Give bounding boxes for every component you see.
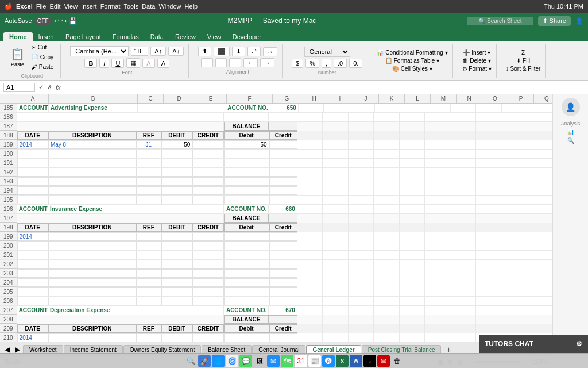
- formula-check[interactable]: ✓: [38, 83, 44, 91]
- dock-excel[interactable]: X: [336, 355, 349, 367]
- cell-185-g[interactable]: 650: [270, 103, 299, 112]
- decimal-decrease-button[interactable]: 0.: [349, 59, 362, 68]
- cell-196-b[interactable]: Insurance Expense: [48, 205, 136, 213]
- cell-188-f[interactable]: Debit: [224, 131, 269, 140]
- currency-button[interactable]: $: [292, 59, 303, 68]
- undo-icon[interactable]: ↩: [54, 17, 59, 25]
- cell-189-c[interactable]: J1: [136, 140, 161, 149]
- tab-insert[interactable]: Insert: [33, 32, 60, 41]
- formula-input[interactable]: [64, 84, 585, 91]
- user-avatar[interactable]: 👤: [562, 98, 580, 116]
- cell-185-b[interactable]: Advertising Expense: [49, 103, 138, 112]
- comma-button[interactable]: ,: [322, 59, 331, 68]
- cell-189-d[interactable]: 50: [161, 140, 192, 149]
- dock-safari[interactable]: 🌐: [212, 355, 225, 367]
- font-size-input[interactable]: [131, 47, 148, 56]
- dock-news[interactable]: 📰: [308, 355, 321, 367]
- dock-maps[interactable]: 🗺: [281, 355, 293, 367]
- cell-189-f[interactable]: 50: [224, 140, 269, 149]
- menu-file[interactable]: File: [36, 3, 47, 10]
- dock-music[interactable]: ♪: [363, 355, 376, 367]
- bold-button[interactable]: B: [84, 59, 97, 68]
- align-right-button[interactable]: ≡: [229, 58, 241, 67]
- cell-207-a[interactable]: ACCOUNT: [17, 306, 48, 315]
- font-family-select[interactable]: Cambria (He...: [70, 46, 129, 56]
- sort-filter-button[interactable]: ↕ Sort & Filter: [506, 66, 541, 72]
- autosave-toggle[interactable]: OFF: [34, 17, 52, 25]
- cell-188-d[interactable]: DEBIT: [161, 131, 192, 140]
- redo-icon[interactable]: ↪: [61, 17, 67, 25]
- cell-185-d[interactable]: [163, 103, 194, 112]
- formula-cancel[interactable]: ✗: [47, 83, 52, 91]
- cell-197-f[interactable]: BALANCE: [224, 214, 269, 223]
- save-icon[interactable]: 💾: [69, 17, 77, 25]
- cell-207-b[interactable]: Depreciation Expense: [48, 306, 136, 315]
- underline-button[interactable]: U: [111, 59, 124, 68]
- dock-mail[interactable]: ✉: [267, 355, 280, 367]
- cell-189-g[interactable]: [269, 140, 297, 149]
- tutors-chat-bar[interactable]: TUTORS CHAT ⚙: [479, 335, 588, 353]
- menu-help[interactable]: Help: [185, 3, 198, 10]
- italic-button[interactable]: I: [99, 59, 109, 68]
- cell-196-g[interactable]: 660: [269, 205, 297, 213]
- align-bottom-button[interactable]: ⬇: [232, 47, 245, 56]
- dock-photos[interactable]: 🖼: [253, 355, 266, 367]
- name-box[interactable]: [3, 83, 35, 92]
- sum-button[interactable]: Σ: [521, 49, 525, 56]
- tab-nav-right[interactable]: ▶: [13, 346, 22, 354]
- tab-page-layout[interactable]: Page Layout: [60, 32, 107, 41]
- cell-188-e[interactable]: CREDIT: [192, 131, 223, 140]
- paste-button[interactable]: 📋 Paste: [8, 46, 27, 68]
- indent-increase-button[interactable]: →: [260, 58, 274, 67]
- tutors-chat-settings-icon[interactable]: ⚙: [576, 340, 582, 348]
- number-format-select[interactable]: General: [304, 47, 350, 57]
- menu-tools[interactable]: Tools: [123, 3, 138, 10]
- cell-187-fg[interactable]: BALANCE: [224, 122, 269, 131]
- cell-188-c[interactable]: REF: [136, 131, 161, 140]
- tab-formulas[interactable]: Formulas: [107, 32, 145, 41]
- dock-calendar[interactable]: 31: [295, 355, 307, 367]
- tab-view[interactable]: View: [202, 32, 227, 41]
- cell-188-g[interactable]: Credit: [269, 131, 297, 140]
- user-icon[interactable]: 👤: [575, 17, 583, 25]
- cell-189-e[interactable]: [192, 140, 223, 149]
- border-button[interactable]: ▦: [126, 58, 140, 68]
- cell-196-a[interactable]: ACCOUNT: [17, 205, 48, 213]
- share-button[interactable]: ⬆ Share: [538, 16, 571, 26]
- delete-cells-button[interactable]: 🗑 Delete ▾: [462, 57, 490, 64]
- insert-cells-button[interactable]: ➕ Insert ▾: [463, 49, 490, 56]
- cell-185-a[interactable]: ACCOUNT: [17, 103, 49, 112]
- menu-view[interactable]: View: [64, 3, 78, 10]
- cell-185-c[interactable]: [138, 103, 163, 112]
- dock-trash[interactable]: 🗑: [391, 355, 404, 367]
- tab-data[interactable]: Data: [145, 32, 169, 41]
- indent-decrease-button[interactable]: ←: [243, 58, 258, 67]
- apple-icon[interactable]: 🍎: [5, 3, 13, 10]
- menu-insert[interactable]: Insert: [81, 3, 97, 10]
- cell-188-a[interactable]: DATE: [17, 131, 48, 140]
- cell-188-b[interactable]: DESCRIPTION: [48, 131, 136, 140]
- dock-messages[interactable]: 💬: [239, 355, 252, 367]
- cut-button[interactable]: ✂ Cut: [29, 43, 56, 52]
- sidebar-icon-1[interactable]: 📊: [567, 129, 574, 135]
- percent-button[interactable]: %: [305, 59, 319, 68]
- fill-color-button[interactable]: A: [142, 59, 154, 68]
- merge-button[interactable]: ↔: [263, 47, 277, 56]
- format-cells-button[interactable]: ⚙ Format ▾: [462, 66, 492, 72]
- cell-185-h[interactable]: [299, 103, 324, 112]
- cell-196-f[interactable]: ACCOUNT NO.: [224, 205, 269, 213]
- dock-word[interactable]: W: [350, 355, 362, 367]
- tab-review[interactable]: Review: [169, 32, 202, 41]
- format-as-table-button[interactable]: 📋 Format as Table ▾: [385, 57, 439, 64]
- dock-finder[interactable]: 🔍: [184, 355, 197, 367]
- tab-developer[interactable]: Developer: [227, 32, 267, 41]
- decrease-font-button[interactable]: A↓: [168, 47, 184, 56]
- cell-styles-button[interactable]: 🎨 Cell Styles ▾: [392, 66, 432, 72]
- copy-button[interactable]: 📄 Copy: [29, 53, 56, 62]
- font-color-button[interactable]: A: [157, 59, 169, 68]
- tab-home[interactable]: Home: [3, 32, 33, 41]
- fill-button[interactable]: ⬇ Fill: [516, 57, 530, 64]
- search-box[interactable]: 🔍 Search Sheet: [467, 17, 533, 25]
- menu-data[interactable]: Data: [142, 3, 155, 10]
- menu-window[interactable]: Window: [158, 3, 181, 10]
